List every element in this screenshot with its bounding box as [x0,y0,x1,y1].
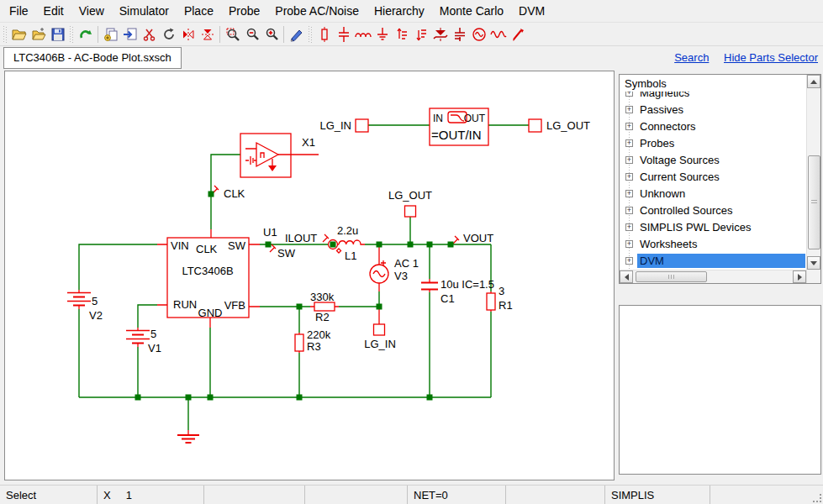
menu-place[interactable]: Place [177,1,221,21]
place-inductor-icon[interactable] [353,24,372,45]
tree-item-unknown[interactable]: + Unknown [620,185,805,202]
schematic-drawing[interactable]: VIN CLK SW LTC3406B RUN VFB GND U1 X1 CL… [5,71,614,480]
paste-place-icon[interactable] [120,24,140,45]
ground-symbol[interactable] [177,430,199,443]
lg-in-top-label[interactable]: LG_IN [319,119,351,132]
place-pin-up-icon[interactable] [392,24,411,45]
place-waveform-source-icon[interactable] [488,24,508,45]
component-v1[interactable]: 5 V1 [126,328,161,354]
x1-ref-label[interactable]: X1 [302,136,315,149]
ic-part-label[interactable]: LTC3406B [182,265,233,277]
scroll-up-button[interactable] [807,75,820,88]
lg-out-top-label[interactable]: LG_OUT [546,119,590,132]
tree-item-dvm[interactable]: + DVM [620,252,805,269]
expand-icon[interactable]: + [625,257,633,265]
terminal-lg-out-mid[interactable]: LG_OUT [388,189,432,217]
ic-ref-label[interactable]: U1 [263,226,277,239]
tree-item-magnetics[interactable]: + Magnetics [620,92,805,101]
probe-clk[interactable]: CLK [213,186,245,200]
schematic-tab[interactable]: LTC3406B - AC-Bode Plot.sxsch [3,47,182,69]
c1-ref-label[interactable]: C1 [441,292,455,305]
expand-icon[interactable]: + [625,156,633,164]
menu-hierarchy[interactable]: Hierarchy [367,1,432,21]
expand-icon[interactable]: + [625,207,633,214]
r3-ref-label[interactable]: R3 [307,340,321,353]
place-ground-icon[interactable] [372,24,392,45]
flip-horizontal-icon[interactable] [198,24,217,45]
terminal-lg-out-top[interactable]: LG_OUT [529,119,590,132]
r3-value-label[interactable]: 220k [307,328,331,341]
menu-file[interactable]: File [2,1,36,21]
place-resistor-icon[interactable] [314,24,334,45]
scroll-right-button[interactable] [793,270,806,283]
expand-icon[interactable]: + [625,190,633,197]
parts-tree[interactable]: + Magnetics + Passives + Connectors + Pr… [620,92,805,269]
v3-value-label[interactable]: AC 1 [394,257,419,270]
cut-icon[interactable] [140,24,159,45]
v2-ref-label[interactable]: V2 [89,309,103,322]
expand-icon[interactable]: + [625,139,633,147]
net-label-sw[interactable]: SW [277,247,296,260]
vertical-scroll-thumb[interactable] [808,155,820,249]
tree-item-controlled-sources[interactable]: + Controlled Sources [620,202,805,218]
schematic-canvas[interactable]: VIN CLK SW LTC3406B RUN VFB GND U1 X1 CL… [4,71,615,480]
rotate-icon[interactable] [159,24,178,45]
v1-ref-label[interactable]: V1 [148,342,161,354]
component-u1-ltc3406b[interactable]: VIN CLK SW LTC3406B RUN VFB GND U1 [157,226,277,328]
place-diode-icon[interactable] [430,24,450,45]
expand-icon[interactable]: + [625,106,633,113]
flip-vertical-icon[interactable] [178,24,198,45]
v3-ref-label[interactable]: V3 [394,270,408,282]
zoom-fit-icon[interactable] [223,24,242,45]
undo-icon[interactable] [76,24,95,45]
expand-icon[interactable]: + [625,92,633,97]
place-probe-icon[interactable] [508,24,527,45]
tree-item-probes[interactable]: + Probes [620,134,805,151]
component-v2[interactable]: 5 V2 [67,290,103,322]
probe-vout[interactable]: VOUT [453,232,493,244]
expand-icon[interactable]: + [625,223,633,231]
tree-item-connectors[interactable]: + Connectors [620,118,805,134]
zoom-in-icon[interactable] [261,24,281,45]
open-folder-icon[interactable] [29,24,48,45]
tree-item-worksheets[interactable]: + Worksheets [620,235,805,252]
menu-dvm[interactable]: DVM [511,1,552,21]
r1-value-label[interactable]: 3 [499,285,504,297]
net-label-clk[interactable]: CLK [224,187,245,200]
component-r3[interactable]: 220k R3 [295,328,331,353]
place-ac-source-icon[interactable] [469,24,488,45]
menu-simulator[interactable]: Simulator [112,1,177,21]
menu-probe-ac-noise[interactable]: Probe AC/Noise [267,1,367,21]
component-l1[interactable]: 2.2u L1 [337,224,365,262]
l1-ref-label[interactable]: L1 [345,249,356,262]
open-file-icon[interactable] [9,24,29,45]
net-label-ilout[interactable]: ILOUT [285,232,317,244]
v2-value-label[interactable]: 5 [92,295,98,307]
tree-item-voltage-sources[interactable]: + Voltage Sources [620,151,805,168]
search-link[interactable]: Search [674,51,709,64]
hide-parts-selector-link[interactable]: Hide Parts Selector [724,51,818,64]
save-icon[interactable] [48,24,67,45]
menu-edit[interactable]: Edit [36,1,71,21]
zoom-out-icon[interactable] [242,24,261,45]
r1-ref-label[interactable]: R1 [499,299,513,312]
c1-value-label[interactable]: 10u IC=1.5 [441,278,494,291]
terminal-lg-in-bottom[interactable]: LG_IN [364,307,396,350]
vertical-scrollbar[interactable] [806,75,820,283]
r2-value-label[interactable]: 330k [310,291,335,303]
edit-pencil-icon[interactable] [287,24,306,45]
component-x1[interactable]: X1 [240,134,319,177]
scroll-down-button[interactable] [807,256,820,270]
net-label-vout[interactable]: VOUT [463,232,493,244]
expand-icon[interactable]: + [625,123,633,130]
place-capacitor-icon[interactable] [334,24,353,45]
copy-icon[interactable] [101,24,120,45]
component-v3[interactable]: AC 1 V3 [370,244,419,291]
tree-item-current-sources[interactable]: + Current Sources [620,168,805,185]
menu-probe[interactable]: Probe [221,1,267,21]
terminal-lg-in-top[interactable]: LG_IN [319,119,368,132]
horizontal-scroll-thumb[interactable] [636,271,707,282]
r2-ref-label[interactable]: R2 [315,311,330,323]
component-c1[interactable]: 10u IC=1.5 C1 [421,278,494,305]
place-polarized-capacitor-icon[interactable] [450,24,469,45]
